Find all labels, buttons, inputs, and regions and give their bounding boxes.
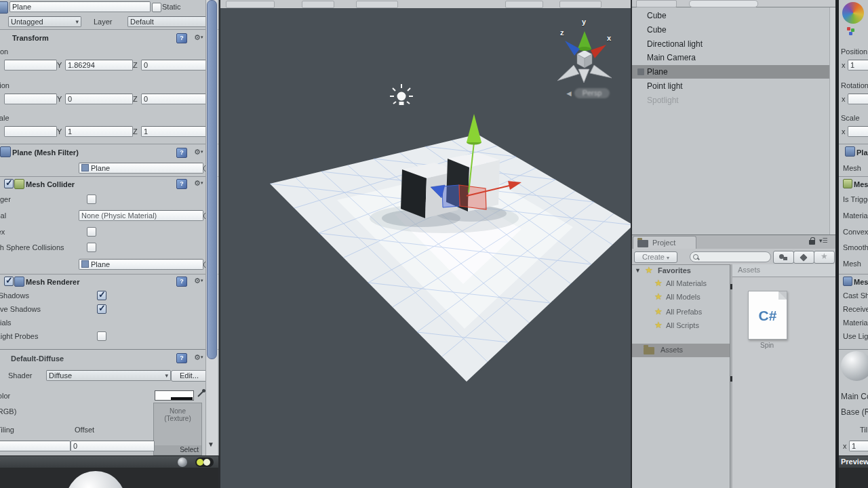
persp-arrow-icon[interactable]: ◄ bbox=[565, 89, 573, 98]
texture-well[interactable]: None (Texture) Select bbox=[153, 403, 202, 455]
position-y-field[interactable]: 1.86294 bbox=[65, 60, 133, 70]
assets-row-selected[interactable]: Assets bbox=[632, 344, 730, 357]
is-trigger-label: Is Trigger bbox=[843, 195, 868, 203]
project-search-input[interactable] bbox=[690, 251, 771, 262]
shader-dropdown[interactable]: Diffuse bbox=[46, 370, 171, 381]
layer-label: Layer bbox=[94, 18, 113, 26]
axis-x-label[interactable]: x bbox=[607, 34, 611, 42]
use-light-probes-checkbox[interactable] bbox=[97, 331, 106, 341]
foldout-arrow-icon[interactable]: ▼ bbox=[635, 267, 641, 274]
asset-name-label[interactable]: Spin bbox=[748, 342, 786, 349]
favorite-item[interactable]: All Scripts bbox=[666, 321, 699, 329]
favorite-item[interactable]: All Prefabs bbox=[666, 308, 702, 316]
gameobject-name-field[interactable]: Plane bbox=[9, 1, 151, 12]
help-icon[interactable]: ? bbox=[176, 277, 187, 287]
base-rgb-label: Base (RGB) bbox=[841, 407, 868, 417]
hierarchy-search-input[interactable] bbox=[689, 0, 758, 7]
gizmos-dropdown[interactable] bbox=[559, 1, 601, 8]
tag-dropdown[interactable]: Untagged bbox=[8, 16, 81, 27]
mesh-collider-title[interactable]: Mesh Collider bbox=[26, 180, 75, 188]
tiling-x-field[interactable]: 1 bbox=[849, 441, 868, 451]
layer-dropdown[interactable]: Default bbox=[127, 16, 214, 27]
hierarchy-item[interactable]: Directional light bbox=[632, 37, 835, 51]
scale-z-field[interactable]: 1 bbox=[141, 126, 210, 137]
smooth-sphere-collisions-checkbox[interactable] bbox=[87, 243, 96, 252]
transform-title[interactable]: Transform bbox=[12, 34, 49, 42]
help-icon[interactable]: ? bbox=[176, 33, 187, 43]
favorite-item[interactable]: All Models bbox=[666, 293, 701, 301]
convex-checkbox[interactable] bbox=[87, 227, 96, 237]
inspector-scrollbar-thumb[interactable] bbox=[207, 0, 217, 359]
create-button[interactable] bbox=[636, 0, 677, 7]
hierarchy-item-selected[interactable]: Plane bbox=[632, 65, 835, 79]
tab-project[interactable]: Project bbox=[633, 236, 696, 249]
csharp-file-icon[interactable]: C# bbox=[748, 291, 787, 340]
shader-edit-button[interactable]: Edit... bbox=[171, 370, 208, 382]
scale-y-field[interactable]: 1 bbox=[65, 126, 133, 137]
scene-view[interactable]: y z x ◄ Persp bbox=[220, 8, 631, 488]
texture-select-button[interactable]: Select bbox=[154, 445, 201, 455]
effects-dropdown[interactable] bbox=[505, 1, 543, 8]
mesh-renderer-enabled-checkbox[interactable] bbox=[4, 277, 14, 286]
hierarchy-item[interactable]: Point light bbox=[632, 79, 835, 93]
create-dropdown[interactable]: Create ▾ bbox=[634, 251, 677, 263]
filter-by-label-button[interactable] bbox=[793, 251, 814, 264]
tiling-x-field[interactable] bbox=[0, 441, 71, 451]
receive-shadows-checkbox[interactable] bbox=[97, 304, 106, 314]
help-icon[interactable]: ? bbox=[176, 179, 187, 189]
divider bbox=[839, 274, 868, 274]
preview-light-toggle[interactable] bbox=[195, 458, 214, 467]
rotation-y-field[interactable]: 0 bbox=[65, 94, 133, 104]
help-icon[interactable]: ? bbox=[176, 353, 187, 363]
mesh-filter-title[interactable]: Plane (Mesh Filter) bbox=[12, 148, 79, 157]
scrollbar-down-arrow-icon[interactable]: ▼ bbox=[208, 441, 214, 448]
right-preview-bar[interactable]: Preview bbox=[839, 455, 868, 468]
is-trigger-checkbox[interactable] bbox=[87, 195, 96, 204]
gear-icon[interactable]: ⚙ bbox=[194, 353, 203, 362]
gear-icon[interactable]: ⚙ bbox=[194, 33, 203, 42]
mesh-renderer-title[interactable]: Mesh Renderer bbox=[26, 278, 79, 286]
rotation-x-field[interactable] bbox=[4, 94, 57, 104]
mesh-collider-mesh-field[interactable]: Plane bbox=[79, 259, 203, 270]
position-z-field[interactable]: 0 bbox=[141, 60, 210, 70]
favorites-filter-button[interactable]: ★ bbox=[814, 251, 835, 264]
mesh-filter-mesh-field[interactable]: Plane bbox=[79, 163, 203, 174]
axis-z-label[interactable]: z bbox=[560, 28, 564, 37]
cast-shadows-checkbox[interactable] bbox=[97, 291, 106, 300]
favorite-item[interactable]: All Materials bbox=[666, 279, 707, 287]
offset-x-field[interactable]: 0 bbox=[71, 441, 155, 451]
mesh-collider-enabled-checkbox[interactable] bbox=[4, 179, 14, 188]
hierarchy-scrollbar[interactable] bbox=[829, 7, 835, 235]
hierarchy-item[interactable]: Cube bbox=[632, 9, 835, 22]
help-icon[interactable]: ? bbox=[176, 148, 187, 158]
position-x-field[interactable] bbox=[4, 60, 57, 70]
draw-mode-dropdown[interactable] bbox=[226, 1, 275, 8]
favorites-label[interactable]: Favorites bbox=[658, 266, 691, 274]
hierarchy-item[interactable]: Cube bbox=[632, 23, 835, 37]
physic-material-field[interactable]: None (Physic Material) bbox=[79, 210, 203, 221]
material-title[interactable]: Default-Diffuse bbox=[11, 354, 64, 363]
hierarchy-item-disabled[interactable]: Spotlight bbox=[632, 94, 835, 107]
static-checkbox[interactable] bbox=[152, 3, 161, 12]
render-mode-dropdown[interactable] bbox=[302, 1, 334, 8]
materials-label[interactable]: Materials bbox=[0, 319, 12, 327]
filter-by-type-button[interactable] bbox=[773, 251, 794, 264]
scale-label: Scale bbox=[0, 114, 9, 122]
scene-toggle-buttons[interactable] bbox=[356, 1, 398, 8]
hierarchy-item[interactable]: Main Camera bbox=[632, 51, 835, 64]
gear-icon[interactable]: ⚙ bbox=[194, 148, 203, 157]
gear-icon[interactable]: ⚙ bbox=[194, 277, 203, 285]
scale-x-field[interactable] bbox=[4, 126, 57, 137]
position-x-field[interactable]: 1 bbox=[848, 60, 868, 70]
panel-menu-icon[interactable]: ▾☰ bbox=[819, 237, 828, 244]
rotation-z-field[interactable]: 0 bbox=[141, 94, 210, 104]
preview-bar[interactable]: Preview bbox=[0, 455, 218, 468]
persp-label[interactable]: Persp bbox=[574, 88, 610, 98]
light-toggle-off-icon bbox=[203, 459, 210, 466]
scale-x-field[interactable] bbox=[848, 126, 868, 137]
gear-icon[interactable]: ⚙ bbox=[194, 179, 203, 188]
axis-y-label[interactable]: y bbox=[582, 18, 586, 26]
eyedropper-icon[interactable] bbox=[197, 388, 206, 398]
rotation-x-field[interactable] bbox=[848, 94, 868, 104]
preview-sphere-button[interactable] bbox=[178, 458, 187, 467]
